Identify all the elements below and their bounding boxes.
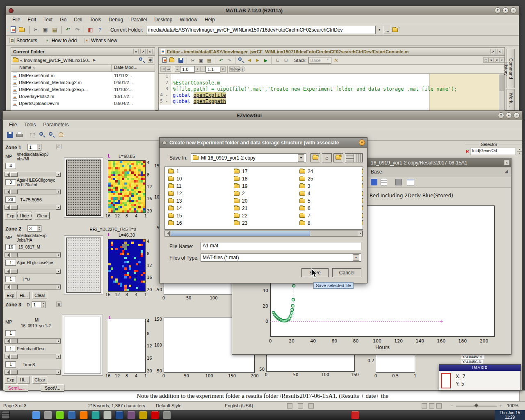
folder-item[interactable] xyxy=(361,183,363,190)
zone2-plate-image[interactable] xyxy=(64,235,103,295)
zone2-exp-button[interactable]: Exp xyxy=(5,292,16,299)
folder-item[interactable]: 10 xyxy=(167,175,231,183)
file-row[interactable]: DMPexcel2mat_MediaDrug2exp...11/10/2... xyxy=(11,86,155,93)
shortcut-how-to-add[interactable]: How to Add xyxy=(52,38,77,43)
editor-close-icon[interactable]: × xyxy=(497,49,502,54)
editor-forward-icon[interactable]: ▶ xyxy=(254,57,261,64)
folder-item[interactable]: 2 xyxy=(233,190,297,197)
folder-item[interactable]: 13 xyxy=(167,197,231,205)
tab-workspace[interactable]: Work... xyxy=(507,89,515,110)
zoom-in-icon[interactable]: + xyxy=(38,131,46,139)
taskbar-app-icon[interactable] xyxy=(32,411,40,419)
slider-right-arrow[interactable] xyxy=(56,205,61,210)
menu-file[interactable]: File xyxy=(5,121,21,128)
dialog-h-scrollbar[interactable] xyxy=(164,231,363,237)
zone1-slider-2[interactable] xyxy=(5,189,61,194)
ezview-maximize-button[interactable]: ▴ xyxy=(506,112,512,119)
cut-icon[interactable]: ✂ xyxy=(32,26,40,34)
zone1-slider-3[interactable] xyxy=(5,205,61,210)
zone2-hide-button[interactable]: Hi... xyxy=(18,292,30,299)
ezviewgui-titlebar[interactable]: EZviewGui ▾ ▴ × xyxy=(3,111,522,120)
panel-close-icon[interactable]: × xyxy=(147,49,153,54)
folder-item[interactable]: 7 xyxy=(299,212,363,219)
tab-command-history[interactable]: Command History xyxy=(507,49,515,88)
ezview-minimize-button[interactable]: ▾ xyxy=(498,112,504,119)
selector-up-icon[interactable]: ▲ xyxy=(517,148,522,151)
zone3-slider-3[interactable] xyxy=(5,370,61,375)
zone3-spinner[interactable]: 1▲▼ xyxy=(32,301,46,308)
zone2-mp-edit[interactable]: 16 xyxy=(5,244,16,250)
editor-paste-icon[interactable]: ▤ xyxy=(206,57,212,64)
zone2-slider-3[interactable] xyxy=(5,284,61,290)
zoom-slider-thumb[interactable] xyxy=(475,404,479,408)
slider-left-arrow[interactable] xyxy=(5,189,10,194)
word-count[interactable]: 215 words, 1,387 characters xyxy=(88,403,145,408)
details-view-button[interactable] xyxy=(354,153,363,162)
zone1-plate-image[interactable] xyxy=(64,158,103,218)
zone1-clear-button[interactable]: Clear xyxy=(35,212,50,219)
list-view-button[interactable] xyxy=(345,153,354,162)
paste-icon[interactable]: ▤ xyxy=(51,26,59,34)
folder-item[interactable]: 8 xyxy=(299,219,363,227)
scrollbar-thumb[interactable] xyxy=(171,231,310,236)
taskbar-app-icon[interactable] xyxy=(139,411,147,419)
semil-button[interactable]: SemiL... xyxy=(5,384,28,392)
eval-cell-icon[interactable]: % xyxy=(229,66,235,72)
editor-split-icon[interactable]: ↗ xyxy=(494,57,499,63)
taskbar-app-icon[interactable] xyxy=(68,411,76,419)
zoom-in-control[interactable]: + xyxy=(500,403,502,408)
breadcrumb-arrow-icon[interactable]: ▶ xyxy=(93,58,96,62)
folder-item[interactable]: 16 xyxy=(167,219,231,227)
zone3-plate-image[interactable] xyxy=(62,315,103,376)
multiply-value-button[interactable]: × xyxy=(220,66,226,72)
minimize-button[interactable]: ▾ xyxy=(495,7,501,14)
folder-item[interactable]: 22 xyxy=(233,212,297,219)
file-name-input[interactable]: A1.mat xyxy=(201,242,361,250)
redo-icon[interactable]: ↷ xyxy=(73,26,81,34)
zone3-mp-edit[interactable]: 1 xyxy=(5,330,16,336)
menu-window[interactable]: Window xyxy=(176,16,201,23)
folder-item[interactable]: 24 xyxy=(299,168,363,175)
zone1-media-edit[interactable]: 3 xyxy=(5,179,16,185)
menu-edit[interactable]: Edit xyxy=(24,16,40,23)
clock-applet[interactable]: Thu Jun 15 11:29 xyxy=(495,410,525,420)
scrollbar-right-arrow[interactable] xyxy=(358,231,363,236)
options-icon[interactable] xyxy=(395,179,402,185)
up-one-level-button[interactable]: ↑ xyxy=(310,153,320,162)
file-row[interactable]: DpertsUploadDev.m08/04/2... xyxy=(11,100,155,107)
taskbar-app-icon[interactable] xyxy=(91,411,100,419)
zone1-mp-edit[interactable]: 4 xyxy=(5,163,16,169)
divide-value-button[interactable]: ÷ xyxy=(200,66,205,72)
editor-menu-icon[interactable]: ▾ xyxy=(488,57,494,63)
data-table-icon[interactable] xyxy=(381,179,387,185)
run-icon[interactable]: ▶ xyxy=(262,57,269,64)
zone3-perturbant-edit[interactable]: 1 xyxy=(5,346,16,352)
slider-thumb[interactable] xyxy=(10,172,18,177)
folder-item[interactable] xyxy=(361,212,363,219)
save-in-dropdown[interactable]: MI 16_0919_yor1-2 copy ▼ xyxy=(191,153,306,162)
document-modified-icon[interactable] xyxy=(308,403,314,409)
zoom-out-icon[interactable]: − xyxy=(48,131,55,139)
eval-advance-icon[interactable]: %▸ xyxy=(235,66,240,72)
folder-item[interactable]: 1 xyxy=(167,168,231,175)
zone1-heatmap[interactable]: 161284148121620 xyxy=(108,160,146,213)
folder-item[interactable]: 14 xyxy=(167,205,231,212)
menu-help[interactable]: Help xyxy=(201,16,219,23)
simulink-icon[interactable]: ◧ xyxy=(87,26,94,34)
dialog-titlebar[interactable]: Create new Experiment folder and data st… xyxy=(160,138,367,148)
slider-right-arrow[interactable] xyxy=(56,285,61,289)
plot-tool-icon[interactable] xyxy=(371,179,377,185)
folder-dropdown-button[interactable]: ▼ xyxy=(377,26,383,34)
folder-item[interactable]: 12 xyxy=(167,190,231,197)
zone3-exp-button[interactable]: Exp xyxy=(5,376,16,383)
slider-thumb[interactable] xyxy=(10,253,18,257)
close-button[interactable]: × xyxy=(510,7,516,14)
zone3-slider-1[interactable] xyxy=(5,338,61,344)
menu-desktop[interactable]: Desktop xyxy=(151,16,176,23)
insert-cell-icon[interactable]: +≡ xyxy=(160,66,166,72)
selector-item[interactable]: Infd(Gene/Orf xyxy=(470,148,516,155)
slider-right-arrow[interactable] xyxy=(56,172,61,177)
slider-left-arrow[interactable] xyxy=(5,205,10,210)
selection-mode-icon[interactable] xyxy=(298,403,303,409)
slider-right-arrow[interactable] xyxy=(56,269,61,274)
